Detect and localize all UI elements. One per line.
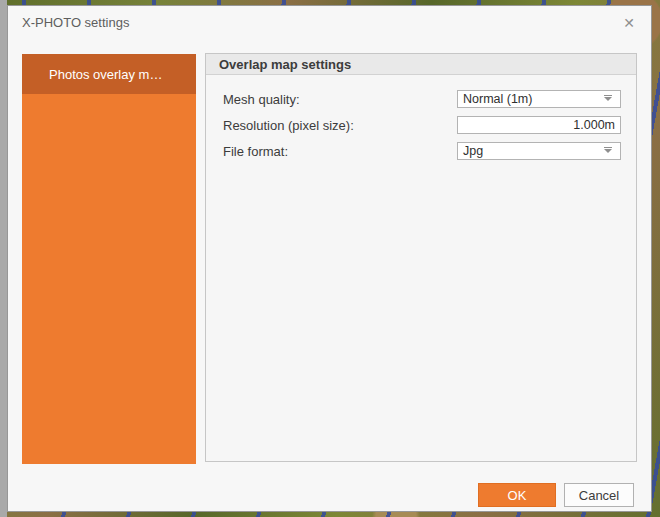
app-stage: X-PHOTO settings ✕ Photos overlay m… Ove… — [0, 0, 660, 517]
file-format-dropdown[interactable]: Jpg — [457, 142, 621, 160]
resolution-input[interactable] — [457, 116, 621, 134]
form-row-file-format: File format: Jpg — [223, 142, 621, 160]
window-edge — [0, 0, 7, 517]
sidebar-item-label: Photos overlay m… — [49, 67, 162, 82]
xphoto-settings-dialog: X-PHOTO settings ✕ Photos overlay m… Ove… — [7, 5, 652, 512]
form-row-resolution: Resolution (pixel size): — [223, 116, 621, 134]
file-format-value: Jpg — [463, 144, 483, 158]
file-format-label: File format: — [223, 144, 288, 159]
chevron-down-icon — [604, 149, 612, 153]
dialog-title: X-PHOTO settings — [22, 15, 129, 30]
panel-header: Overlap map settings — [206, 54, 636, 75]
form-row-mesh-quality: Mesh quality: Normal (1m) — [223, 90, 621, 108]
settings-sidebar: Photos overlay m… — [22, 54, 196, 464]
chevron-down-icon — [604, 97, 612, 101]
mesh-quality-value: Normal (1m) — [463, 92, 532, 106]
panel-body: Mesh quality: Normal (1m) Resolution (pi… — [206, 75, 636, 160]
mesh-quality-dropdown[interactable]: Normal (1m) — [457, 90, 621, 108]
ok-button-label: OK — [508, 488, 527, 503]
dialog-titlebar[interactable]: X-PHOTO settings ✕ — [8, 6, 651, 48]
resolution-label: Resolution (pixel size): — [223, 118, 354, 133]
close-icon[interactable]: ✕ — [618, 12, 640, 34]
overlap-map-settings-panel: Overlap map settings Mesh quality: Norma… — [205, 53, 637, 462]
panel-header-label: Overlap map settings — [219, 57, 351, 72]
sidebar-item-photos-overlay-map[interactable]: Photos overlay m… — [22, 54, 196, 94]
cancel-button-label: Cancel — [579, 488, 619, 503]
cancel-button[interactable]: Cancel — [564, 483, 634, 507]
mesh-quality-label: Mesh quality: — [223, 92, 300, 107]
ok-button[interactable]: OK — [478, 483, 556, 507]
